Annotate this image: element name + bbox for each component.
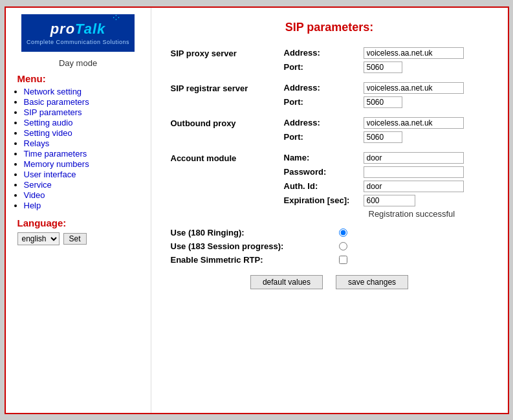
proxy-port-input[interactable] bbox=[364, 61, 402, 73]
language-title: Language: bbox=[17, 217, 67, 228]
registration-status: Registration successful bbox=[369, 209, 455, 219]
menu-list: Network setting Basic parameters SIP par… bbox=[6, 87, 151, 211]
account-name-label: Name: bbox=[284, 153, 358, 162]
enable-rtp-row: Enable Simmetric RTP: bbox=[171, 255, 488, 265]
menu-item-service[interactable]: Service bbox=[24, 180, 151, 190]
account-expiration-row: Expiration [sec]: bbox=[284, 195, 464, 206]
menu-item-help[interactable]: Help bbox=[24, 201, 151, 210]
logo: proTalk ·:· Complete Communication Solut… bbox=[21, 14, 135, 52]
outbound-address-row: Address: bbox=[284, 117, 464, 129]
menu-item-network-setting[interactable]: Network setting bbox=[24, 87, 151, 96]
menu-item-basic-parameters[interactable]: Basic parameters bbox=[24, 97, 151, 107]
main-content: SIP parameters: SIP proxy server Address… bbox=[151, 8, 508, 413]
account-expiration-input[interactable] bbox=[364, 195, 415, 206]
language-select[interactable]: english bbox=[17, 232, 60, 245]
enable-rtp-label: Enable Simmetric RTP: bbox=[171, 255, 339, 265]
use-183-radio[interactable] bbox=[339, 242, 347, 250]
registrar-address-input[interactable] bbox=[364, 82, 464, 94]
outbound-address-input[interactable] bbox=[364, 117, 464, 129]
logo-dots: ·:· bbox=[113, 14, 120, 22]
use-180-radio[interactable] bbox=[339, 228, 347, 237]
outbound-port-row: Port: bbox=[284, 131, 464, 143]
proxy-port-row: Port: bbox=[284, 61, 464, 73]
menu-item-user-interface[interactable]: User interface bbox=[24, 170, 151, 179]
set-language-button[interactable]: Set bbox=[63, 233, 87, 245]
outbound-proxy-section: Outbound proxy Address: Port: bbox=[171, 117, 488, 143]
enable-rtp-checkbox[interactable] bbox=[339, 256, 347, 264]
registration-status-row: Registration successful bbox=[284, 209, 464, 219]
sip-registrar-section: SIP registrar server Address: Port: bbox=[171, 82, 488, 108]
menu-item-memory-numbers[interactable]: Memory numbers bbox=[24, 159, 151, 169]
registrar-port-label: Port: bbox=[284, 97, 358, 107]
sip-proxy-section: SIP proxy server Address: Port: bbox=[171, 47, 488, 73]
menu-item-time-parameters[interactable]: Time parameters bbox=[24, 149, 151, 159]
menu-title: Menu: bbox=[17, 73, 46, 84]
outbound-proxy-label: Outbound proxy bbox=[171, 117, 284, 128]
registrar-address-row: Address: bbox=[284, 82, 464, 94]
account-auth-id-label: Auth. Id: bbox=[284, 181, 358, 191]
account-module-label: Account module bbox=[171, 152, 284, 163]
sip-proxy-fields: Address: Port: bbox=[284, 47, 464, 73]
save-changes-button[interactable]: save changes bbox=[336, 275, 408, 289]
use-183-row: Use (183 Session progress): bbox=[171, 241, 488, 251]
account-password-label: Password: bbox=[284, 167, 358, 177]
options-section: Use (180 Ringing): Use (183 Session prog… bbox=[171, 228, 488, 265]
day-mode-label: Day mode bbox=[59, 58, 97, 68]
sip-registrar-fields: Address: Port: bbox=[284, 82, 464, 108]
logo-text: proTalk bbox=[50, 21, 106, 38]
use-183-label: Use (183 Session progress): bbox=[171, 241, 339, 251]
outbound-address-label: Address: bbox=[284, 118, 358, 127]
default-values-button[interactable]: default values bbox=[250, 275, 323, 289]
proxy-port-label: Port: bbox=[284, 62, 358, 72]
account-name-row: Name: bbox=[284, 152, 464, 164]
outbound-port-input[interactable] bbox=[364, 131, 402, 143]
menu-item-setting-audio[interactable]: Setting audio bbox=[24, 118, 151, 127]
account-module-fields: Name: Password: Auth. Id: Expiration [se… bbox=[284, 152, 464, 219]
sip-proxy-label: SIP proxy server bbox=[171, 47, 284, 58]
sidebar: proTalk ·:· Complete Communication Solut… bbox=[6, 8, 151, 413]
page-title: SIP parameters: bbox=[171, 21, 488, 34]
account-name-input[interactable] bbox=[364, 152, 464, 164]
registrar-port-row: Port: bbox=[284, 96, 464, 108]
use-180-label: Use (180 Ringing): bbox=[171, 228, 339, 238]
account-auth-id-row: Auth. Id: bbox=[284, 181, 464, 192]
language-row: english Set bbox=[17, 232, 87, 245]
main-container: proTalk ·:· Complete Communication Solut… bbox=[5, 6, 509, 414]
account-expiration-label: Expiration [sec]: bbox=[284, 195, 358, 205]
menu-item-relays[interactable]: Relays bbox=[24, 138, 151, 148]
account-auth-id-input[interactable] bbox=[364, 181, 464, 192]
outbound-port-label: Port: bbox=[284, 132, 358, 142]
use-180-row: Use (180 Ringing): bbox=[171, 228, 488, 238]
registrar-port-input[interactable] bbox=[364, 96, 402, 108]
logo-subtitle: Complete Communication Solutions bbox=[27, 39, 129, 45]
buttons-row: default values save changes bbox=[171, 275, 488, 289]
sip-registrar-label: SIP registrar server bbox=[171, 82, 284, 93]
menu-item-video[interactable]: Video bbox=[24, 190, 151, 200]
account-password-input[interactable] bbox=[364, 166, 464, 178]
account-password-row: Password: bbox=[284, 166, 464, 178]
outbound-proxy-fields: Address: Port: bbox=[284, 117, 464, 143]
menu-item-setting-video[interactable]: Setting video bbox=[24, 128, 151, 138]
proxy-address-row: Address: bbox=[284, 47, 464, 59]
proxy-address-input[interactable] bbox=[364, 47, 464, 59]
registrar-address-label: Address: bbox=[284, 83, 358, 93]
menu-item-sip-parameters[interactable]: SIP parameters bbox=[24, 107, 151, 117]
account-module-section: Account module Name: Password: Auth. Id:… bbox=[171, 152, 488, 219]
proxy-address-label: Address: bbox=[284, 48, 358, 58]
